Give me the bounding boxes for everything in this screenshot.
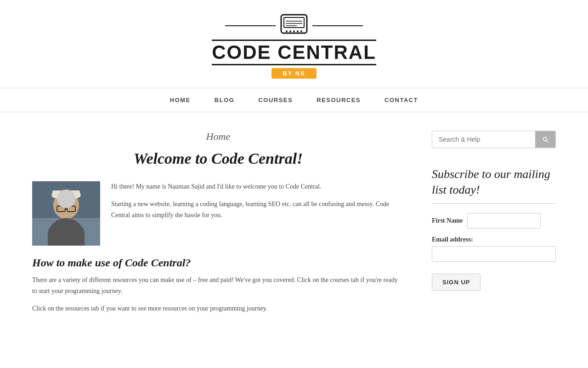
search-icon [542, 136, 549, 143]
logo-container: CODE CENTRAL BY NS [212, 14, 376, 79]
section2-paragraph-1: There are a variety of different resourc… [32, 275, 404, 297]
signup-button[interactable]: SIGN UP [432, 274, 481, 291]
section2-paragraph-2: Click on the resources tab if you want t… [32, 303, 404, 314]
nav-item-blog[interactable]: BLOG [203, 88, 247, 112]
section2-title: How to make use of Code Central? [32, 257, 404, 269]
logo-badge: BY NS [271, 68, 317, 79]
mailing-divider [432, 203, 556, 204]
site-header: CODE CENTRAL BY NS [0, 0, 588, 88]
logo-icon [225, 14, 363, 38]
search-box [432, 131, 556, 148]
svg-rect-15 [52, 190, 80, 198]
svg-point-6 [300, 30, 302, 32]
profile-svg [32, 181, 100, 246]
email-label: Email address: [432, 236, 556, 243]
nav-link-resources[interactable]: RESOURCES [305, 88, 373, 112]
intro-paragraph-1: Hi there! My name is Nauman Sajid and I'… [111, 181, 404, 192]
first-name-label: First Name [432, 217, 463, 224]
first-name-group: First Name [432, 213, 556, 229]
main-content: Home Welcome to Code Central! [32, 131, 404, 320]
profile-image-placeholder [32, 181, 100, 246]
svg-point-19 [48, 220, 85, 246]
svg-point-3 [289, 30, 291, 32]
intro-section: Hi there! My name is Nauman Sajid and I'… [32, 181, 404, 246]
nav-item-courses[interactable]: COURSES [246, 88, 305, 112]
site-nav: HOME BLOG COURSES RESOURCES CONTACT [0, 88, 588, 112]
email-input[interactable] [432, 246, 556, 262]
profile-image [32, 181, 100, 246]
intro-paragraph-2: Starting a new website, learning a codin… [111, 199, 404, 221]
mailing-section: Subscribe to our mailing list today! Fir… [432, 167, 556, 291]
logo-title: CODE CENTRAL [212, 43, 376, 62]
svg-point-2 [286, 30, 288, 32]
page-wrapper: Home Welcome to Code Central! [23, 112, 565, 339]
intro-text: Hi there! My name is Nauman Sajid and I'… [111, 181, 404, 246]
nav-link-blog[interactable]: BLOG [203, 88, 247, 112]
email-group: Email address: [432, 236, 556, 262]
search-input[interactable] [432, 131, 535, 148]
device-icon [279, 14, 309, 38]
page-title: Welcome to Code Central! [32, 150, 404, 167]
nav-item-home[interactable]: HOME [158, 88, 203, 112]
svg-point-5 [297, 30, 299, 32]
page-label: Home [32, 131, 404, 143]
nav-list: HOME BLOG COURSES RESOURCES CONTACT [158, 88, 430, 112]
nav-item-resources[interactable]: RESOURCES [305, 88, 373, 112]
logo-top-line [212, 40, 376, 41]
first-name-input[interactable] [467, 213, 541, 229]
sidebar: Subscribe to our mailing list today! Fir… [432, 131, 556, 320]
logo-bottom-line [212, 64, 376, 65]
svg-point-4 [293, 30, 295, 32]
nav-link-courses[interactable]: COURSES [246, 88, 305, 112]
mailing-title: Subscribe to our mailing list today! [432, 167, 556, 198]
nav-item-contact[interactable]: CONTACT [373, 88, 430, 112]
search-button[interactable] [535, 131, 555, 148]
nav-link-contact[interactable]: CONTACT [373, 88, 430, 112]
nav-link-home[interactable]: HOME [158, 88, 203, 112]
